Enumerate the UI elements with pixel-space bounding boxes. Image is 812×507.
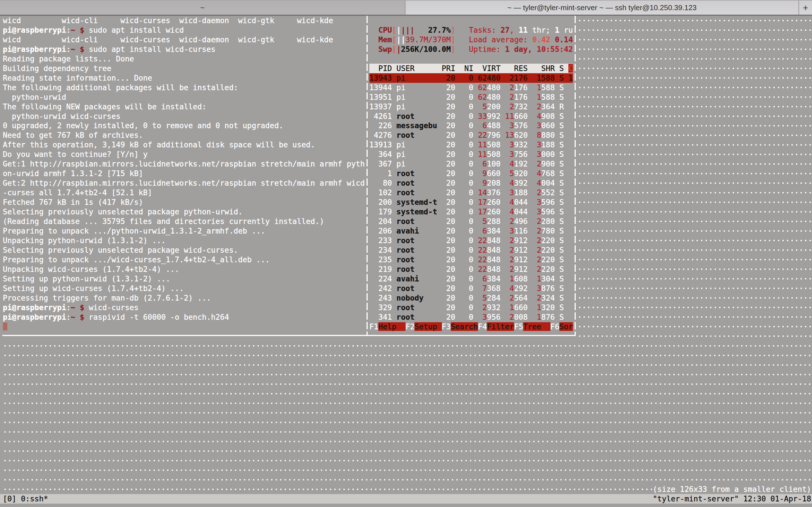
tab-ssh-session[interactable]: ~ — tyler@tyler-mint-server ~ — ssh tyle… — [405, 1, 799, 15]
plus-icon: + — [803, 2, 808, 13]
tab-home[interactable]: ~ — [0, 1, 405, 15]
tmux-window-list[interactable]: [0] 0:ssh* — [3, 494, 48, 504]
tab-bar: ~ ~ — tyler@tyler-mint-server ~ — ssh ty… — [0, 0, 812, 16]
pane-divider[interactable] — [366, 16, 367, 336]
new-tab-button[interactable]: + — [799, 1, 812, 15]
tmux-status-right: "tyler-mint-server" 12:30 01-Apr-18 — [653, 494, 811, 504]
terminal-cursor — [3, 323, 7, 330]
smaller-client-size-message: (size 126x33 from a smaller client) — [653, 485, 811, 494]
tab-home-title: ~ — [200, 3, 204, 12]
unused-area-dots-right — [577, 16, 812, 341]
session-bottom-edge — [2, 335, 576, 336]
htop-pane[interactable]: CPU[|||| 27.7%] Tasks: 27, 11 thr; 1 ru … — [369, 16, 573, 331]
session-right-edge — [574, 16, 575, 336]
terminal-content: wicd wicd-cli wicd-curses wicd-daemon wi… — [0, 16, 812, 507]
tmux-status-bar: [0] 0:ssh* "tyler-mint-server" 12:30 01-… — [0, 494, 812, 504]
shell-pane[interactable]: wicd wicd-cli wicd-curses wicd-daemon wi… — [3, 16, 365, 331]
tab-ssh-title: ~ — tyler@tyler-mint-server ~ — ssh tyle… — [507, 3, 696, 12]
unused-area-dots-bottom — [3, 341, 812, 494]
